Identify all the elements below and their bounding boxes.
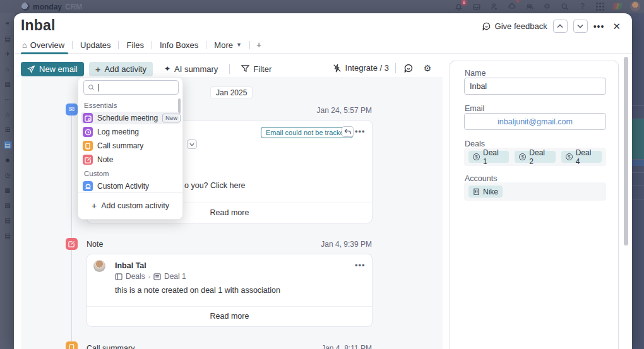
new-email-button[interactable]: New email xyxy=(21,62,84,76)
deal-chip[interactable]: $Deal 4 xyxy=(561,151,602,163)
breadcrumb-board[interactable]: Deals xyxy=(126,272,145,281)
menu-icon[interactable]: ≡ xyxy=(4,20,12,28)
sidebar-board3-icon[interactable]: ▤ xyxy=(4,216,12,225)
accounts-chip-box: Nike xyxy=(464,182,606,201)
timeline-line xyxy=(71,104,72,349)
expand-recipients-button[interactable] xyxy=(187,139,197,149)
note-body: this is a note created on deal 1 with as… xyxy=(115,286,280,295)
sidebar-accounts-icon[interactable]: ▦ xyxy=(4,186,12,194)
invite-members-icon[interactable] xyxy=(489,2,499,11)
next-item-button[interactable] xyxy=(573,20,588,33)
deal-chip[interactable]: $Deal 1 xyxy=(468,151,509,163)
monday-mark-icon xyxy=(612,3,623,9)
notifications-icon[interactable]: 8 xyxy=(454,2,463,11)
schedule-meeting-icon xyxy=(83,113,93,123)
tab-overview[interactable]: ⌂ Overview xyxy=(21,37,72,54)
deal-chip[interactable]: $Deal 2 xyxy=(515,151,555,163)
email-card-menu[interactable]: ••• xyxy=(355,127,366,136)
email-timestamp: Jan 24, 5:57 PM xyxy=(277,106,372,115)
sidebar-activities-icon[interactable]: ◷ xyxy=(4,171,12,179)
new-badge: New xyxy=(162,114,181,122)
activity-search-input[interactable] xyxy=(102,83,165,92)
background-board-strip xyxy=(632,13,644,349)
deals-label: Deals xyxy=(465,139,485,148)
add-view-button[interactable]: + xyxy=(250,40,268,50)
note-card-menu[interactable]: ••• xyxy=(355,261,366,270)
monday-logo-icon xyxy=(21,3,30,11)
tab-files[interactable]: Files xyxy=(119,37,151,54)
plus-icon: + xyxy=(92,201,97,211)
sidebar-more-icon[interactable]: ⋯ xyxy=(4,95,12,104)
menu-item-log-meeting[interactable]: Log meeting xyxy=(81,126,179,138)
feedback-icon[interactable] xyxy=(402,62,415,74)
note-icon xyxy=(83,155,93,165)
sidebar-board-icon[interactable]: ▤ xyxy=(4,35,12,43)
sparkle-icon: ✦ xyxy=(164,64,170,73)
sidebar-home-icon[interactable]: ⌂ xyxy=(4,65,12,73)
logo-suffix: CRM xyxy=(65,3,82,11)
chevron-right-icon: › xyxy=(148,273,150,280)
teams-icon[interactable] xyxy=(525,2,534,11)
tab-updates[interactable]: Updates xyxy=(73,37,118,54)
modal-scrollbar[interactable] xyxy=(624,57,628,245)
note-card: Inbal Tal ••• Deals › Deal 1 this is a n… xyxy=(86,254,373,327)
name-field[interactable] xyxy=(464,78,606,95)
sidebar-people-icon[interactable]: ☻ xyxy=(4,156,12,164)
monday-logo[interactable]: monday CRM xyxy=(21,3,82,11)
note-read-more-button[interactable]: Read more xyxy=(87,306,372,327)
activity-search-box[interactable] xyxy=(83,80,179,95)
section-essentials: Essentials xyxy=(84,102,117,109)
accounts-label: Accounts xyxy=(465,174,497,183)
sidebar-shared-icon[interactable]: ▤ xyxy=(4,80,12,88)
item-card-modal: Inbal Give feedback ••• ✕ ⌂ Overview Upd… xyxy=(14,13,632,349)
dropdown-scrollbar[interactable] xyxy=(178,98,181,114)
apps-grid-icon[interactable] xyxy=(595,2,605,11)
reply-button[interactable] xyxy=(342,126,354,137)
add-activity-button[interactable]: + Add activity xyxy=(89,62,153,76)
background-cell-teal xyxy=(632,119,644,159)
sidebar-workspaces-icon[interactable]: ⊞ xyxy=(4,126,12,134)
menu-item-custom-activity[interactable]: Custom Activity xyxy=(81,180,179,192)
ai-summary-button[interactable]: ✦ AI summary xyxy=(158,62,224,76)
settings-icon[interactable]: ⚙ xyxy=(542,2,552,11)
integrate-button[interactable]: Integrate / 3 xyxy=(333,63,389,73)
close-icon[interactable]: ✕ xyxy=(612,21,621,32)
search-icon[interactable] xyxy=(560,2,569,11)
item-details-panel: Name Email Deals $Deal 1 $Deal 2 $Deal 4… xyxy=(450,61,619,349)
previous-item-button[interactable] xyxy=(553,20,568,33)
inbox-icon[interactable] xyxy=(472,2,481,11)
call-activity-icon xyxy=(66,341,78,349)
account-chip[interactable]: Nike xyxy=(468,186,503,198)
user-avatar[interactable] xyxy=(630,1,640,11)
menu-item-note[interactable]: Note xyxy=(81,153,179,166)
email-field[interactable] xyxy=(464,113,606,130)
text-caret xyxy=(98,84,98,92)
menu-item-schedule-meeting[interactable]: Schedule meeting New xyxy=(81,112,179,124)
call-timestamp: Jan 4, 8:11 PM xyxy=(277,344,372,349)
deals-chip-box: $Deal 1 $Deal 2 $Deal 4 xyxy=(464,148,606,166)
filter-button[interactable]: Filter xyxy=(235,62,278,76)
background-cell-blue xyxy=(632,160,644,166)
activity-toolbar: New email + Add activity ✦ AI summary Fi… xyxy=(21,61,443,77)
email-tracking-badge: Email could not be tracked xyxy=(261,127,353,138)
add-custom-activity-button[interactable]: + Add custom activity xyxy=(78,192,182,219)
note-activity-icon xyxy=(66,238,78,250)
modal-menu-button[interactable]: ••• xyxy=(593,21,605,32)
menu-item-call-summary[interactable]: Call summary xyxy=(81,139,179,152)
sidebar-favorites-icon[interactable]: ☆ xyxy=(4,110,12,119)
sidebar-board4-icon[interactable]: ▤ xyxy=(4,232,12,240)
gear-icon[interactable]: ⚙ xyxy=(421,62,434,74)
updates-icon[interactable] xyxy=(507,2,516,11)
custom-activity-icon xyxy=(83,181,93,191)
breadcrumb-item[interactable]: Deal 1 xyxy=(164,272,186,281)
tab-more[interactable]: More▼ xyxy=(206,37,249,54)
tab-info-boxes[interactable]: Info Boxes xyxy=(152,37,206,54)
sidebar-board2-icon[interactable]: ▤ xyxy=(4,201,12,210)
help-icon[interactable]: ? xyxy=(578,2,587,11)
app-topbar: monday CRM 8 ⚙ ? xyxy=(0,0,644,13)
sidebar-emails-icon[interactable]: ✈ xyxy=(4,50,12,58)
sidebar-contacts-active-icon[interactable]: ▤ xyxy=(4,141,12,149)
give-feedback-button[interactable]: Give feedback xyxy=(482,21,547,31)
deal-icon: $ xyxy=(566,153,573,160)
plus-icon: + xyxy=(95,64,101,74)
